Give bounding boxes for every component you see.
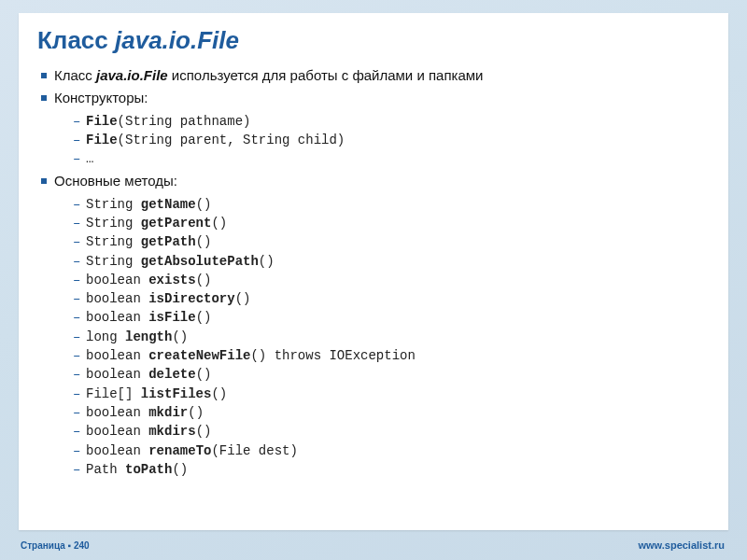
method-post: () (172, 329, 188, 344)
slide-title: Класс java.io.File (37, 26, 710, 55)
method-item: String getAbsolutePath() (73, 252, 710, 271)
method-return: String (86, 234, 141, 249)
constructors-label: Конструкторы: (54, 90, 148, 105)
method-post: () (196, 310, 212, 325)
method-return: String (86, 254, 141, 269)
method-item: boolean exists() (73, 271, 710, 289)
method-return: File[] (86, 386, 141, 401)
constructors-list: File(String pathname)File(String parent,… (54, 112, 710, 169)
title-prefix: Класс (37, 26, 115, 54)
footer-page-number: 240 (74, 540, 90, 551)
method-return: boolean (86, 310, 148, 325)
method-item: String getName() (73, 195, 710, 214)
method-post: () (211, 216, 227, 231)
method-post: () (211, 386, 227, 401)
method-return: Path (86, 462, 125, 477)
method-return: boolean (86, 273, 148, 287)
bullet-description: Класс java.io.File используется для рабо… (41, 66, 710, 85)
method-name: getParent (141, 216, 212, 231)
method-return: boolean (86, 443, 148, 458)
ctor-bold: File (86, 133, 118, 147)
method-item: long length() (73, 328, 710, 346)
bullet-methods: Основные методы: String getName()String … (41, 172, 710, 479)
method-name: listFiles (141, 386, 212, 401)
desc-class: java.io.File (96, 67, 168, 83)
method-post: () (196, 367, 212, 382)
method-return: String (86, 197, 141, 212)
method-name: mkdir (148, 405, 188, 420)
method-name: mkdirs (148, 424, 195, 439)
method-return: boolean (86, 367, 148, 382)
methods-list: String getName()String getParent()String… (54, 195, 710, 479)
desc-prefix: Класс (54, 67, 96, 83)
site-url: www.specialist.ru (638, 539, 725, 551)
method-item: File[] listFiles() (73, 385, 710, 403)
method-item: boolean renameTo(File dest) (73, 441, 710, 460)
method-item: boolean createNewFile() throws IOExcepti… (73, 346, 710, 365)
bullet-list: Класс java.io.File используется для рабо… (37, 66, 710, 479)
ctor-bold: File (86, 114, 118, 129)
method-return: boolean (86, 424, 148, 439)
method-return: boolean (86, 348, 148, 363)
slide-content: Класс java.io.File Класс java.io.File ис… (19, 13, 728, 530)
title-class: java.io.File (115, 26, 239, 54)
method-post: () (196, 273, 212, 287)
method-post: () (196, 197, 212, 212)
method-post: () (188, 405, 204, 420)
method-post: () (259, 254, 275, 269)
method-name: getAbsolutePath (141, 254, 259, 269)
method-return: long (86, 329, 125, 344)
constructor-item: File(String pathname) (73, 112, 710, 131)
method-post: () (196, 234, 212, 249)
method-item: boolean mkdirs() (73, 422, 710, 441)
method-post: () (196, 424, 212, 439)
method-return: String (86, 216, 141, 231)
bullet-constructors: Конструкторы: File(String pathname)File(… (41, 89, 710, 168)
footer-sep: ▪ (65, 540, 74, 551)
method-name: exists (148, 273, 195, 287)
method-name: isFile (148, 310, 195, 325)
method-name: delete (148, 367, 195, 382)
method-name: renameTo (148, 443, 211, 458)
method-post: () throws IOException (250, 348, 415, 363)
method-item: Path toPath() (73, 460, 710, 479)
method-name: length (125, 329, 172, 344)
ctor-rest: (String pathname) (118, 114, 251, 129)
method-item: boolean isFile() (73, 308, 710, 327)
method-name: isDirectory (148, 291, 234, 306)
method-item: String getParent() (73, 214, 710, 232)
method-name: getName (141, 197, 196, 212)
method-item: String getPath() (73, 232, 710, 251)
method-name: toPath (125, 462, 172, 477)
method-item: boolean isDirectory() (73, 289, 710, 308)
methods-label: Основные методы: (54, 173, 177, 189)
ctor-rest: (String parent, String child) (118, 133, 345, 147)
method-name: getPath (141, 234, 196, 249)
desc-suffix: используется для работы с файлами и папк… (168, 67, 484, 83)
method-item: boolean mkdir() (73, 403, 710, 422)
method-return: boolean (86, 405, 148, 420)
method-post: () (172, 462, 188, 477)
page-footer: Страница ▪ 240 (21, 540, 90, 551)
method-post: (File dest) (211, 443, 297, 458)
method-post: () (235, 291, 251, 306)
method-name: createNewFile (148, 348, 250, 363)
ctor-rest: … (86, 151, 93, 166)
method-item: boolean delete() (73, 365, 710, 384)
footer-page-label: Страница (21, 540, 65, 551)
constructor-item: File(String parent, String child) (73, 131, 710, 149)
constructor-item: … (73, 149, 710, 168)
method-return: boolean (86, 291, 148, 306)
